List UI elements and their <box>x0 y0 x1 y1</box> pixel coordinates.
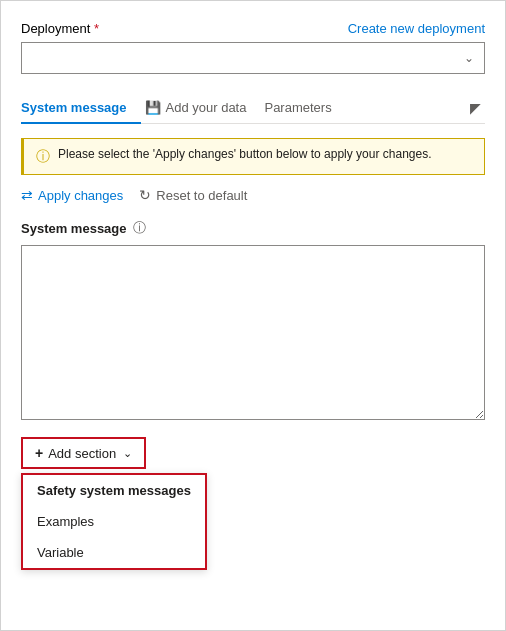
tabs-row: System message 💾 Add your data Parameter… <box>21 92 485 124</box>
deployment-label: Deployment * <box>21 21 99 36</box>
action-buttons-row: ⇄ Apply changes ↻ Reset to default <box>21 187 485 203</box>
tab-system-message[interactable]: System message <box>21 92 141 123</box>
deployment-label-row: Deployment * Create new deployment <box>21 21 485 36</box>
dropdown-item-examples-label: Examples <box>37 514 94 529</box>
dropdown-item-variable[interactable]: Variable <box>23 537 205 568</box>
plus-icon: + <box>35 445 43 461</box>
info-banner-text: Please select the 'Apply changes' button… <box>58 147 432 161</box>
apply-icon: ⇄ <box>21 187 33 203</box>
system-message-label: System message <box>21 221 127 236</box>
section-chevron-icon: ⌄ <box>123 447 132 460</box>
system-message-info-icon[interactable]: ⓘ <box>133 219 146 237</box>
apply-changes-label: Apply changes <box>38 188 123 203</box>
create-new-deployment-link[interactable]: Create new deployment <box>348 21 485 36</box>
reset-to-default-button[interactable]: ↻ Reset to default <box>139 187 247 203</box>
info-icon: ⓘ <box>36 148 50 166</box>
add-section-dropdown-menu: Safety system messages Examples Variable <box>21 473 207 570</box>
deployment-dropdown[interactable]: ⌄ <box>21 42 485 74</box>
deployment-section: Deployment * Create new deployment ⌄ <box>21 21 485 74</box>
tab-add-your-data-label: Add your data <box>166 100 247 115</box>
reset-to-default-label: Reset to default <box>156 188 247 203</box>
database-icon: 💾 <box>145 100 161 115</box>
deployment-label-text: Deployment <box>21 21 90 36</box>
add-section-container: + Add section ⌄ Safety system messages E… <box>21 437 485 469</box>
tab-system-message-label: System message <box>21 100 127 115</box>
apply-changes-button[interactable]: ⇄ Apply changes <box>21 187 123 203</box>
required-star: * <box>90 21 99 36</box>
tab-parameters-label: Parameters <box>264 100 331 115</box>
info-banner: ⓘ Please select the 'Apply changes' butt… <box>21 138 485 175</box>
reset-icon: ↻ <box>139 187 151 203</box>
tab-add-your-data[interactable]: 💾 Add your data <box>145 92 261 123</box>
dropdown-item-examples[interactable]: Examples <box>23 506 205 537</box>
dropdown-item-safety-system-messages[interactable]: Safety system messages <box>23 475 205 506</box>
main-container: Deployment * Create new deployment ⌄ Sys… <box>0 0 506 631</box>
expand-icon[interactable]: ◤ <box>466 96 485 120</box>
system-message-label-row: System message ⓘ <box>21 219 485 237</box>
add-section-label: Add section <box>48 446 116 461</box>
system-message-textarea[interactable] <box>21 245 485 420</box>
dropdown-item-safety-label: Safety system messages <box>37 483 191 498</box>
tab-parameters[interactable]: Parameters <box>264 92 345 123</box>
dropdown-item-variable-label: Variable <box>37 545 84 560</box>
chevron-down-icon: ⌄ <box>464 51 474 65</box>
add-section-button[interactable]: + Add section ⌄ <box>21 437 146 469</box>
